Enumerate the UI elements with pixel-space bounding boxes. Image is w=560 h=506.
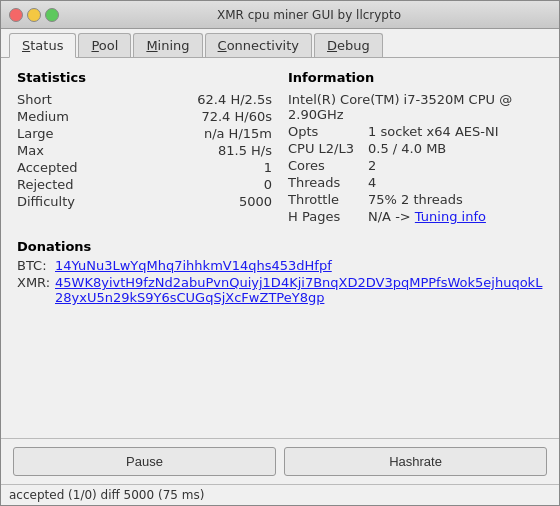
- minimize-button[interactable]: [27, 8, 41, 22]
- tab-connectivity[interactable]: Connectivity: [205, 33, 312, 57]
- info-value-threads: 4: [368, 175, 376, 190]
- stat-value-short: 62.4 H/2.5s: [197, 92, 272, 107]
- stat-value-accepted: 1: [264, 160, 272, 175]
- info-row-hpages: H Pages N/A -> Tuning info: [288, 208, 543, 225]
- titlebar: XMR cpu miner GUI by llcrypto: [1, 1, 559, 29]
- tab-debug[interactable]: Debug: [314, 33, 383, 57]
- stat-row-large: Large n/a H/15m: [17, 125, 272, 142]
- tab-bar: Status Pool Mining Connectivity Debug: [1, 29, 559, 58]
- pause-button[interactable]: Pause: [13, 447, 276, 476]
- btc-label: BTC:: [17, 258, 55, 273]
- stat-row-max: Max 81.5 H/s: [17, 142, 272, 159]
- status-text: accepted (1/0) diff 5000 (75 ms): [9, 488, 204, 502]
- btc-address-link[interactable]: 14YuNu3LwYqMhq7ihhkmV14qhs453dHfpf: [55, 258, 332, 273]
- info-row-threads: Threads 4: [288, 174, 543, 191]
- info-label-cores: Cores: [288, 158, 368, 173]
- maximize-button[interactable]: [45, 8, 59, 22]
- button-bar: Pause Hashrate: [1, 438, 559, 484]
- window-title: XMR cpu miner GUI by llcrypto: [67, 8, 551, 22]
- stat-label-medium: Medium: [17, 109, 87, 124]
- info-value-cores: 2: [368, 158, 376, 173]
- stat-label-difficulty: Difficulty: [17, 194, 87, 209]
- info-value-hpages: N/A -> Tuning info: [368, 209, 486, 224]
- status-bar: accepted (1/0) diff 5000 (75 ms): [1, 484, 559, 505]
- information-section: Information Intel(R) Core(TM) i7-3520M C…: [288, 70, 543, 225]
- info-value-throttle: 75% 2 threads: [368, 192, 463, 207]
- window-controls: [9, 8, 59, 22]
- stat-label-accepted: Accepted: [17, 160, 87, 175]
- stat-label-large: Large: [17, 126, 87, 141]
- info-row-throttle: Throttle 75% 2 threads: [288, 191, 543, 208]
- info-row-cores: Cores 2: [288, 157, 543, 174]
- info-label-opts: Opts: [288, 124, 368, 139]
- info-row-opts: Opts 1 socket x64 AES-NI: [288, 123, 543, 140]
- stat-label-rejected: Rejected: [17, 177, 87, 192]
- stat-label-short: Short: [17, 92, 87, 107]
- tab-pool[interactable]: Pool: [78, 33, 131, 57]
- stats-info-columns: Statistics Short 62.4 H/2.5s Medium 72.4…: [17, 70, 543, 225]
- statistics-section: Statistics Short 62.4 H/2.5s Medium 72.4…: [17, 70, 272, 225]
- info-value-cpu: Intel(R) Core(TM) i7-3520M CPU @ 2.90GHz: [288, 92, 543, 122]
- information-title: Information: [288, 70, 543, 85]
- info-label-threads: Threads: [288, 175, 368, 190]
- info-row-cpu: Intel(R) Core(TM) i7-3520M CPU @ 2.90GHz: [288, 91, 543, 123]
- stat-value-medium: 72.4 H/60s: [201, 109, 272, 124]
- xmr-label: XMR:: [17, 275, 55, 290]
- info-value-cpul2l3: 0.5 / 4.0 MB: [368, 141, 446, 156]
- hashrate-button[interactable]: Hashrate: [284, 447, 547, 476]
- tab-mining[interactable]: Mining: [133, 33, 202, 57]
- stat-label-max: Max: [17, 143, 87, 158]
- stat-value-max: 81.5 H/s: [218, 143, 272, 158]
- donations-title: Donations: [17, 239, 543, 254]
- tab-status[interactable]: Status: [9, 33, 76, 58]
- xmr-row: XMR: 45WK8yivtH9fzNd2abuPvnQuiyj1D4Kji7B…: [17, 275, 543, 305]
- tuning-info-link[interactable]: Tuning info: [415, 209, 486, 224]
- stat-row-medium: Medium 72.4 H/60s: [17, 108, 272, 125]
- stat-row-short: Short 62.4 H/2.5s: [17, 91, 272, 108]
- info-label-hpages: H Pages: [288, 209, 368, 224]
- main-content: Statistics Short 62.4 H/2.5s Medium 72.4…: [1, 58, 559, 438]
- info-label-cpul2l3: CPU L2/L3: [288, 141, 368, 156]
- stat-value-large: n/a H/15m: [204, 126, 272, 141]
- statistics-title: Statistics: [17, 70, 272, 85]
- donations-section: Donations BTC: 14YuNu3LwYqMhq7ihhkmV14qh…: [17, 239, 543, 305]
- btc-row: BTC: 14YuNu3LwYqMhq7ihhkmV14qhs453dHfpf: [17, 258, 543, 273]
- stat-value-rejected: 0: [264, 177, 272, 192]
- close-button[interactable]: [9, 8, 23, 22]
- stat-value-difficulty: 5000: [239, 194, 272, 209]
- main-window: XMR cpu miner GUI by llcrypto Status Poo…: [0, 0, 560, 506]
- stat-row-accepted: Accepted 1: [17, 159, 272, 176]
- stat-row-rejected: Rejected 0: [17, 176, 272, 193]
- info-label-throttle: Throttle: [288, 192, 368, 207]
- xmr-address-link[interactable]: 45WK8yivtH9fzNd2abuPvnQuiyj1D4Kji7BnqXD2…: [55, 275, 543, 305]
- info-value-opts: 1 socket x64 AES-NI: [368, 124, 499, 139]
- stat-row-difficulty: Difficulty 5000: [17, 193, 272, 210]
- info-row-cpul2l3: CPU L2/L3 0.5 / 4.0 MB: [288, 140, 543, 157]
